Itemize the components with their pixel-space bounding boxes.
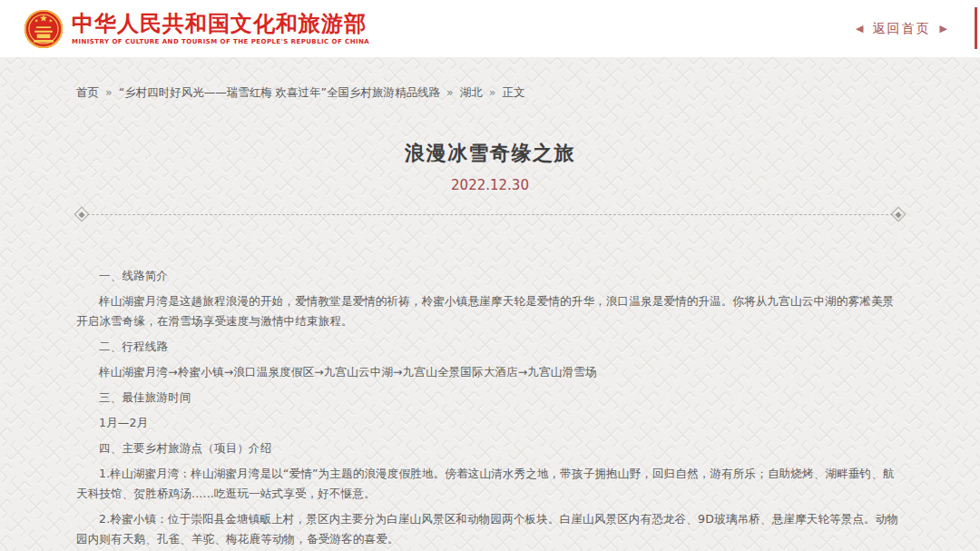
breadcrumb-separator: »: [105, 85, 113, 99]
ornamental-divider: [76, 208, 904, 221]
breadcrumb-item[interactable]: 首页: [76, 85, 99, 99]
breadcrumb-separator: »: [446, 85, 454, 99]
article-paragraph-heading: 四、主要乡村旅游点（项目）介绍: [76, 438, 904, 458]
back-home-label: 返回首页: [873, 21, 931, 37]
dashed-divider-line: [87, 214, 893, 215]
breadcrumb-item[interactable]: “乡村四时好风光——瑞雪红梅 欢喜过年”全国乡村旅游精品线路: [119, 85, 440, 99]
national-emblem-icon: [24, 9, 64, 49]
diamond-ornament-icon: [74, 207, 90, 222]
back-home-link[interactable]: ◀ 返回首页 ▶: [856, 21, 947, 37]
article-title: 浪漫冰雪奇缘之旅: [76, 142, 904, 165]
article-container: 首页»“乡村四时好风光——瑞雪红梅 欢喜过年”全国乡村旅游精品线路»湖北»正文 …: [76, 57, 904, 549]
diamond-arrow-left-icon: ◀: [856, 23, 863, 34]
article-body: 一、线路简介梓山湖蜜月湾是这趟旅程浪漫的开始，爱情教堂是爱情的祈祷，柃蜜小镇悬崖…: [76, 266, 904, 549]
site-title: 中华人民共和国文化和旅游部: [72, 12, 369, 35]
article-paragraph-body: 1.梓山湖蜜月湾：梓山湖蜜月湾是以“爱情”为主题的浪漫度假胜地。傍着这山清水秀之…: [76, 464, 904, 504]
right-edge-scrollbar[interactable]: [975, 7, 977, 49]
article-paragraph-body: 2.柃蜜小镇：位于崇阳县金塘镇畈上村，景区内主要分为白崖山风景区和动物园两个板块…: [76, 509, 904, 549]
site-logo[interactable]: 中华人民共和国文化和旅游部 MINISTRY OF CULTURE AND TO…: [24, 9, 369, 49]
article-paragraph-body: 1月—2月: [76, 413, 904, 433]
diamond-ornament-icon: [891, 207, 906, 222]
article-date: 2022.12.30: [76, 177, 904, 193]
breadcrumb-separator: »: [489, 85, 496, 99]
article-paragraph-body: 梓山湖蜜月湾→柃蜜小镇→浪口温泉度假区→九宫山云中湖→九宫山全景国际大酒店→九宫…: [76, 362, 904, 382]
breadcrumb: 首页»“乡村四时好风光——瑞雪红梅 欢喜过年”全国乡村旅游精品线路»湖北»正文: [76, 57, 904, 100]
article-paragraph-heading: 一、线路简介: [76, 266, 904, 286]
site-header: 中华人民共和国文化和旅游部 MINISTRY OF CULTURE AND TO…: [0, 0, 980, 57]
page: { "header": { "site_name": "中华人民共和国文化和旅游…: [0, 0, 980, 551]
content-area: 首页»“乡村四时好风光——瑞雪红梅 欢喜过年”全国乡村旅游精品线路»湖北»正文 …: [0, 57, 980, 551]
site-title-block: 中华人民共和国文化和旅游部 MINISTRY OF CULTURE AND TO…: [72, 12, 369, 45]
article-paragraph-heading: 三、最佳旅游时间: [76, 388, 904, 408]
article-paragraph-body: 梓山湖蜜月湾是这趟旅程浪漫的开始，爱情教堂是爱情的祈祷，柃蜜小镇悬崖摩天轮是爱情…: [76, 291, 904, 331]
site-title-english: MINISTRY OF CULTURE AND TOURISM OF THE P…: [72, 38, 369, 45]
breadcrumb-item: 正文: [502, 85, 524, 99]
diamond-arrow-right-icon: ▶: [940, 23, 947, 34]
breadcrumb-item[interactable]: 湖北: [460, 85, 483, 99]
article-paragraph-heading: 二、行程线路: [76, 337, 904, 357]
